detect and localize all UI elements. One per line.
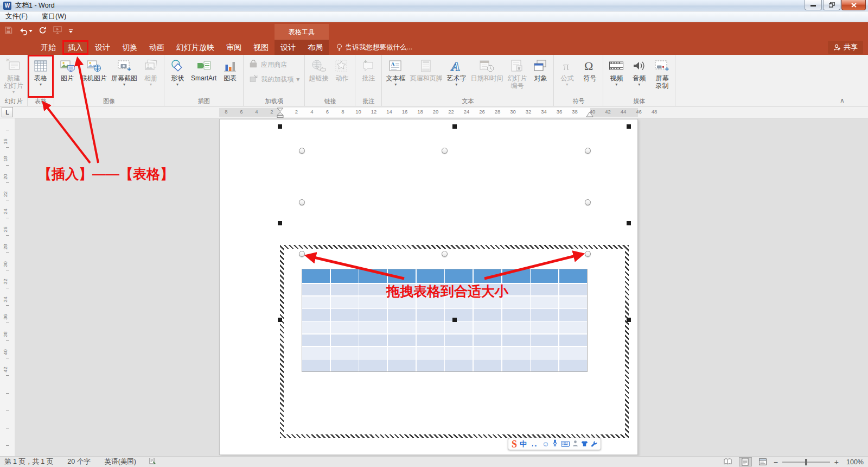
ribbon-button-pictures[interactable]: 图片 xyxy=(56,56,79,98)
language-indicator[interactable]: 英语(美国) xyxy=(105,457,136,466)
ribbon-button-screen-recording[interactable]: 屏幕录制 xyxy=(650,56,673,98)
table-cell[interactable] xyxy=(531,321,558,333)
zoom-slider[interactable] xyxy=(782,458,830,466)
table-cell[interactable] xyxy=(388,347,416,359)
ime-person-icon[interactable] xyxy=(572,439,578,449)
table-resize-handle[interactable] xyxy=(585,148,591,154)
table-cell[interactable] xyxy=(502,309,530,321)
table-resize-handle[interactable] xyxy=(299,199,305,205)
table-header-cell[interactable] xyxy=(359,269,387,283)
table-cell[interactable] xyxy=(388,335,416,346)
undo-button[interactable] xyxy=(18,27,33,35)
placeholder-handle[interactable] xyxy=(452,124,457,129)
ribbon-button-audio[interactable]: 音频▾ xyxy=(628,56,650,98)
table-cell[interactable] xyxy=(445,309,473,321)
read-mode-button[interactable] xyxy=(722,457,735,466)
table-cell[interactable] xyxy=(302,284,330,296)
table-cell[interactable] xyxy=(331,296,359,308)
table-cell[interactable] xyxy=(331,284,359,296)
ribbon-button-text-box[interactable]: A文本框▾ xyxy=(384,56,407,98)
table-header-cell[interactable] xyxy=(559,269,587,283)
zoom-out-button[interactable]: − xyxy=(774,458,778,466)
table-resize-handle[interactable] xyxy=(299,251,305,257)
table-cell[interactable] xyxy=(359,309,387,321)
table-cell[interactable] xyxy=(502,321,530,333)
table-resize-handle[interactable] xyxy=(585,251,591,257)
indent-markers[interactable] xyxy=(277,108,284,118)
tab-transitions[interactable]: 切换 xyxy=(116,40,143,55)
table-cell[interactable] xyxy=(502,359,530,371)
tab-slideshow[interactable]: 幻灯片放映 xyxy=(170,40,220,55)
table-cell[interactable] xyxy=(474,309,501,321)
table-cell[interactable] xyxy=(359,284,387,296)
table-cell[interactable] xyxy=(559,284,587,296)
restore-button[interactable] xyxy=(823,0,840,10)
page-indicator[interactable]: 第 1 页，共 1 页 xyxy=(4,457,53,466)
table-cell[interactable] xyxy=(531,284,558,296)
table-cell[interactable] xyxy=(331,309,359,321)
ribbon-button-object[interactable]: 对象 xyxy=(529,56,552,98)
table-cell[interactable] xyxy=(417,347,444,359)
table-cell[interactable] xyxy=(559,321,587,333)
table-cell[interactable] xyxy=(359,335,387,346)
table-cell[interactable] xyxy=(359,359,387,371)
table-cell[interactable] xyxy=(474,359,501,371)
table-cell[interactable] xyxy=(502,347,530,359)
table-cell[interactable] xyxy=(474,335,501,346)
menu-item-window[interactable]: 窗口(W) xyxy=(42,12,66,21)
table-resize-handle[interactable] xyxy=(299,148,305,154)
ribbon-button-screenshot[interactable]: 屏幕截图▾ xyxy=(109,56,139,98)
ribbon-button-symbol[interactable]: Ω符号 xyxy=(578,56,601,98)
table-resize-handle[interactable] xyxy=(442,251,448,257)
table-cell[interactable] xyxy=(474,321,501,333)
ime-toolbar[interactable]: S 中 ，。 ☺ xyxy=(508,438,601,450)
table-cell[interactable] xyxy=(302,296,330,308)
ime-emoji-icon[interactable]: ☺ xyxy=(542,440,549,448)
table-cell[interactable] xyxy=(388,359,416,371)
table-cell[interactable] xyxy=(559,347,587,359)
ime-language-icon[interactable]: 中 xyxy=(520,439,527,449)
save-icon[interactable] xyxy=(4,26,12,36)
tab-home[interactable]: 开始 xyxy=(35,40,62,55)
placeholder-handle[interactable] xyxy=(278,318,282,322)
placeholder-handle[interactable] xyxy=(627,318,631,322)
placeholder-handle[interactable] xyxy=(452,318,457,322)
proofing-status-icon[interactable] xyxy=(149,457,156,466)
print-layout-button[interactable] xyxy=(739,457,752,466)
tab-table-design[interactable]: 设计 xyxy=(275,40,302,55)
word-count[interactable]: 20 个字 xyxy=(67,457,90,466)
minimize-button[interactable] xyxy=(805,0,822,10)
tab-design[interactable]: 设计 xyxy=(89,40,116,55)
table-cell[interactable] xyxy=(359,347,387,359)
table-header-cell[interactable] xyxy=(531,269,558,283)
undo-dropdown-icon[interactable] xyxy=(29,30,33,33)
table-cell[interactable] xyxy=(445,347,473,359)
zoom-in-button[interactable]: + xyxy=(834,458,839,466)
table-resize-handle[interactable] xyxy=(585,199,591,205)
web-layout-button[interactable] xyxy=(756,457,769,466)
table-cell[interactable] xyxy=(331,335,359,346)
table-cell[interactable] xyxy=(559,335,587,346)
ribbon-button-table[interactable]: 表格▾ xyxy=(29,56,52,98)
table-cell[interactable] xyxy=(502,335,530,346)
menu-item-file[interactable]: 文件(F) xyxy=(5,12,28,21)
table-cell[interactable] xyxy=(531,359,558,371)
table-cell[interactable] xyxy=(559,359,587,371)
tab-selector[interactable]: L xyxy=(2,107,13,117)
placeholder-handle[interactable] xyxy=(627,221,631,225)
table-cell[interactable] xyxy=(531,347,558,359)
close-button[interactable] xyxy=(841,0,866,10)
table-header-cell[interactable] xyxy=(502,269,530,283)
placeholder-handle[interactable] xyxy=(278,124,282,129)
table-header-cell[interactable] xyxy=(331,269,359,283)
start-slideshow-icon[interactable] xyxy=(53,26,62,36)
table-cell[interactable] xyxy=(417,321,444,333)
table-cell[interactable] xyxy=(559,296,587,308)
table-cell[interactable] xyxy=(302,309,330,321)
collapse-ribbon-icon[interactable]: ∧ xyxy=(840,97,843,465)
tab-review[interactable]: 审阅 xyxy=(220,40,247,55)
table-cell[interactable] xyxy=(559,309,587,321)
ime-skin-icon[interactable] xyxy=(581,439,588,449)
ribbon-button-wordart[interactable]: A艺术字▾ xyxy=(444,56,468,98)
tab-view[interactable]: 视图 xyxy=(247,40,275,55)
